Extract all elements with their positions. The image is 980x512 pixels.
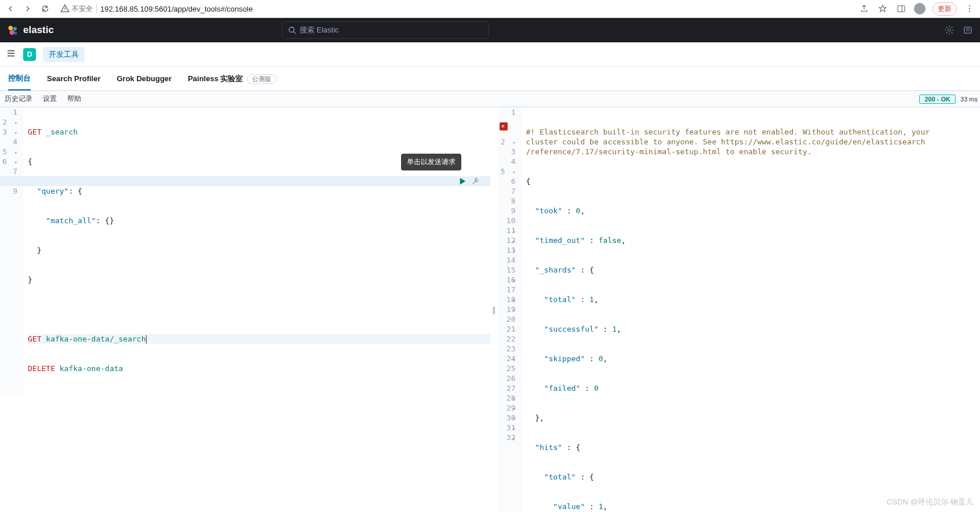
r5k: "_shards" [535, 266, 575, 274]
req-l2: { [28, 157, 32, 166]
update-button[interactable]: 更新 [932, 2, 957, 16]
req-l4-rest: : {} [96, 216, 114, 225]
req-l9-path: kafka-one-data [60, 364, 123, 373]
req-l1-method: GET [28, 128, 41, 136]
status-badge: 200 - OK [919, 95, 956, 104]
nav-menu-icon[interactable] [6, 48, 16, 60]
watermark: CSDN @呼伦贝尔-钢蛋儿 [887, 497, 973, 507]
url-text: 192.168.85.109:5601/app/dev_tools#/conso… [100, 5, 253, 13]
settings-button[interactable]: 设置 [43, 94, 57, 104]
space-badge[interactable]: D [23, 48, 36, 61]
svg-point-6 [9, 30, 14, 35]
tab-profiler-label: Search Profiler [47, 74, 101, 83]
r5v: { [589, 266, 594, 274]
tab-grok-debugger[interactable]: Grok Debugger [117, 68, 172, 89]
svg-point-1 [969, 5, 970, 6]
help-button[interactable]: 帮助 [67, 94, 81, 104]
history-button[interactable]: 历史记录 [5, 94, 32, 104]
r10: }, [535, 413, 544, 422]
svg-point-3 [969, 11, 970, 12]
tab-grok-label: Grok Debugger [117, 74, 172, 83]
beta-badge: 公测版 [247, 74, 276, 84]
svg-point-8 [289, 27, 294, 32]
search-placeholder: 搜索 Elastic [300, 25, 339, 35]
back-icon[interactable] [5, 4, 16, 13]
url-separator [96, 4, 97, 13]
response-code[interactable]: #! Elasticsearch built-in security featu… [522, 107, 981, 512]
r9v: 0 [594, 384, 599, 393]
avatar[interactable] [914, 3, 926, 14]
wrench-icon[interactable] [471, 177, 480, 186]
tab-console-label: 控制台 [8, 74, 31, 82]
resp-r2: { [526, 177, 531, 186]
menu-icon[interactable] [964, 4, 975, 13]
devtools-breadcrumb[interactable]: 开发工具 [43, 47, 85, 62]
req-l3-key: "query" [37, 187, 69, 195]
panel-icon[interactable] [895, 4, 907, 13]
req-l5: } [28, 246, 41, 255]
r11v: { [576, 443, 581, 452]
elastic-logo[interactable]: elastic [7, 24, 54, 36]
resp-warn3: /reference/7.17/security-minimal-setup.h… [526, 147, 812, 156]
req-l3-rest: : { [68, 187, 82, 195]
tab-painless-label: Painless 实验室 [188, 74, 243, 83]
r4k: "timed_out" [535, 236, 585, 245]
reload-icon[interactable] [39, 4, 51, 13]
svg-point-2 [969, 8, 970, 9]
svg-point-4 [9, 26, 13, 31]
r13v: 1 [599, 502, 603, 511]
insecure-badge: 不安全 [60, 4, 93, 14]
news-icon[interactable] [963, 25, 973, 35]
svg-rect-10 [964, 27, 971, 34]
response-pane[interactable]: 1 2 ▾345 ▾678910 ▾11 ▾12 ▾131415 ▾1617 ▾… [498, 107, 981, 512]
elastic-brand: elastic [23, 24, 54, 36]
elastic-header: elastic 搜索 Elastic [0, 18, 980, 42]
request-gutter: 12 ▾3 ▾45 ▾6 ▾789 [0, 107, 23, 393]
tab-console[interactable]: 控制台 [8, 67, 31, 90]
resp-warn2: cluster could be accessible to anyone. S… [526, 137, 926, 146]
r12k: "total" [544, 473, 576, 481]
cursor [146, 335, 147, 344]
response-time: 33 ms [960, 96, 978, 103]
req-l8-path: kafka-one-data/_search [46, 335, 145, 343]
r8k: "skipped" [544, 354, 585, 363]
send-tooltip: 单击以发送请求 [401, 154, 461, 170]
share-icon[interactable] [858, 4, 870, 13]
svg-rect-0 [898, 6, 905, 12]
insecure-label: 不安全 [72, 4, 93, 14]
r4v: false [599, 236, 621, 245]
req-l1-path: _search [46, 128, 78, 136]
forward-icon[interactable] [22, 4, 34, 13]
resp-warn1: #! Elasticsearch built-in security featu… [526, 128, 930, 136]
response-gutter: 1 2 ▾345 ▾678910 ▾11 ▾12 ▾131415 ▾1617 ▾… [498, 107, 522, 512]
split-handle[interactable]: ‖ [490, 107, 498, 512]
search-icon [288, 26, 296, 34]
tab-search-profiler[interactable]: Search Profiler [47, 68, 101, 89]
elastic-logo-icon [7, 24, 19, 36]
svg-point-5 [13, 27, 17, 30]
sub-header: D 开发工具 [0, 42, 980, 67]
r3k: "took" [535, 206, 562, 215]
tab-painless-lab[interactable]: Painless 实验室公测版 [188, 68, 276, 90]
r7v: 1 [612, 325, 617, 333]
active-request-highlight [0, 176, 490, 186]
r13k: "value" [553, 502, 585, 511]
browser-bar: 不安全 192.168.85.109:5601/app/dev_tools#/c… [0, 0, 980, 18]
console-toolbar: 历史记录 设置 帮助 200 - OK 33 ms [0, 91, 980, 107]
request-pane[interactable]: 12 ▾3 ▾45 ▾6 ▾789 GET _search { "query":… [0, 107, 490, 512]
url-box[interactable]: 不安全 192.168.85.109:5601/app/dev_tools#/c… [57, 4, 853, 14]
r7k: "successful" [544, 325, 599, 333]
r12v: { [589, 473, 594, 481]
request-actions [458, 177, 480, 186]
star-icon[interactable] [877, 4, 888, 13]
svg-point-9 [948, 29, 951, 32]
request-code[interactable]: GET _search { "query": { "match_all": {}… [23, 107, 490, 393]
r9k: "failed" [544, 384, 581, 393]
global-search[interactable]: 搜索 Elastic [282, 21, 489, 39]
integrations-icon[interactable] [944, 25, 955, 35]
r6v: 1 [589, 295, 594, 304]
error-marker [500, 122, 508, 132]
play-icon[interactable] [458, 177, 467, 186]
devtools-tabs: 控制台 Search Profiler Grok Debugger Painle… [0, 67, 980, 91]
req-l8-method: GET [28, 335, 41, 343]
